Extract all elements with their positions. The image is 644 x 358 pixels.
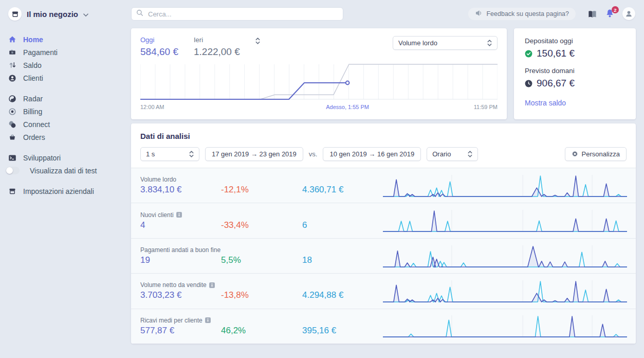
analytics-title: Dati di analisi (131, 123, 636, 147)
metric-current-value: 577,87 € (140, 326, 221, 336)
select-chevrons-icon (189, 150, 194, 158)
metric-label: Volume lordo (140, 176, 221, 183)
sidebar-item-orders[interactable]: Orders (8, 131, 126, 144)
user-avatar-button[interactable] (622, 7, 635, 20)
sidebar: Il mio negozio HomePagamentiSaldoClienti… (0, 0, 131, 358)
orders-icon (8, 133, 16, 141)
select-chevrons-icon (468, 150, 472, 158)
search-box[interactable] (131, 7, 343, 21)
info-icon[interactable] (205, 317, 211, 323)
metric-previous-value: 4.360,71 € (302, 185, 383, 195)
sidebar-item-label: Impostazioni aziendali (23, 187, 94, 195)
sidebar-item-label: Radar (23, 95, 43, 103)
metric-row[interactable]: Pagamenti andati a buon fine195,5%18 (131, 239, 636, 274)
sidebar-item-test-data[interactable]: Visualizza dati di test (8, 164, 126, 177)
metric-row[interactable]: Ricavi medi per cliente577,87 €46,2%395,… (131, 309, 636, 344)
metric-change-percent: -33,4% (221, 220, 302, 230)
search-input[interactable] (147, 10, 338, 19)
analytics-filter-row: 1 s 17 gen 2019 → 23 gen 2019 vs. 10 gen… (131, 147, 636, 168)
sidebar-item-saldo[interactable]: Saldo (8, 59, 126, 71)
analytics-rows: Volume lordo3.834,10 €-12,1%4.360,71 €Nu… (131, 168, 636, 344)
balance-icon (8, 61, 16, 69)
overview-chart-card: Oggi 584,60 € Ieri 1.222,00 € Volume lor… (131, 28, 507, 119)
feedback-button[interactable]: Feedback su questa pagina? (468, 8, 576, 20)
account-switcher[interactable]: Il mio negozio (8, 7, 126, 21)
sidebar-item-clienti[interactable]: Clienti (8, 71, 126, 84)
gear-icon (572, 151, 578, 157)
nav-group: RadarBillingConnectOrders (8, 92, 126, 144)
period-select-value: 1 s (146, 150, 155, 158)
sidebar-item-label: Connect (23, 120, 50, 129)
info-icon[interactable] (176, 212, 182, 218)
select-chevrons-icon (487, 39, 492, 47)
show-balance-link[interactable]: Mostra saldo (525, 99, 566, 107)
sidebar-item-label: Home (23, 35, 43, 44)
metric-row[interactable]: Volume netto da vendite3.703,23 €-13,8%4… (131, 274, 636, 309)
metric-label: Nuovi clienti (140, 211, 221, 219)
home-icon (8, 35, 16, 43)
docs-book-button[interactable] (586, 9, 598, 19)
sidebar-item-label: Saldo (23, 61, 42, 69)
sidebar-item-label: Sviluppatori (23, 154, 61, 162)
overview-x-axis: 12:00 AM Adesso, 1:55 PM 11:59 PM (140, 104, 498, 111)
expected-value: 906,67 € (537, 78, 575, 89)
metric-change-percent: -12,1% (221, 185, 302, 195)
chevron-down-icon (83, 10, 88, 19)
sidebar-item-sviluppatori[interactable]: Sviluppatori (8, 151, 126, 164)
metric-change-percent: -13,8% (221, 290, 302, 300)
info-icon[interactable] (209, 282, 215, 288)
metric-sparkline-chart (383, 244, 627, 268)
payments-icon (8, 49, 16, 56)
customers-icon (8, 74, 16, 82)
metric-sparkline-chart (383, 174, 627, 198)
axis-start-label: 12:00 AM (140, 104, 164, 110)
notifications-bell-button[interactable]: 2 (605, 8, 617, 20)
metric-label-text: Volume netto da vendite (140, 281, 207, 289)
account-name: Il mio negozio (27, 10, 78, 19)
metric-current-value: 3.834,10 € (140, 185, 221, 195)
deposited-value: 150,61 € (537, 48, 575, 59)
interval-select[interactable]: Orario (427, 147, 478, 161)
personalize-button[interactable]: Personalizza (565, 147, 627, 161)
sidebar-item-impostazioni[interactable]: Impostazioni aziendali (8, 185, 126, 198)
comparison-sort-control[interactable] (255, 37, 260, 47)
clock-icon (525, 80, 532, 87)
metric-previous-value: 395,16 € (302, 326, 383, 336)
analytics-card: Dati di analisi 1 s 17 gen 2019 → 23 gen… (131, 123, 636, 344)
previous-range-button[interactable]: 10 gen 2019 → 16 gen 2019 (323, 147, 421, 161)
metric-previous-value: 6 (302, 220, 383, 230)
current-range-button[interactable]: 17 gen 2019 → 23 gen 2019 (205, 147, 303, 161)
check-circle-icon (525, 50, 532, 58)
nav-group: HomePagamentiSaldoClienti (8, 33, 126, 84)
metric-label-text: Nuovi clienti (140, 211, 174, 219)
metric-sparkline-chart (383, 209, 627, 232)
axis-end-label: 11:59 PM (474, 104, 498, 110)
sidebar-item-pagamenti[interactable]: Pagamenti (8, 46, 126, 59)
sidebar-item-label: Orders (23, 133, 45, 141)
interval-select-value: Orario (432, 150, 451, 158)
metric-previous-value: 4.294,88 € (302, 290, 383, 300)
metric-row[interactable]: Volume lordo3.834,10 €-12,1%4.360,71 € (131, 168, 636, 203)
sidebar-item-home[interactable]: Home (8, 33, 126, 46)
today-value: 584,60 € (140, 46, 178, 58)
sidebar-item-billing[interactable]: Billing (8, 105, 126, 118)
billing-icon (8, 108, 16, 116)
overview-metric-select[interactable]: Volume lordo (393, 36, 498, 50)
metric-change-percent: 5,5% (221, 255, 302, 265)
yesterday-value: 1.222,00 € (194, 46, 240, 58)
test-data-toggle[interactable] (6, 167, 20, 174)
notifications-badge: 2 (612, 6, 619, 13)
sidebar-nav: HomePagamentiSaldoClientiRadarBillingCon… (8, 33, 126, 198)
metric-row[interactable]: Nuovi clienti4-33,4%6 (131, 203, 636, 238)
toggle-knob (6, 167, 13, 174)
metric-label-text: Pagamenti andati a buon fine (140, 246, 220, 254)
nav-group: SviluppatoriVisualizza dati di test (8, 151, 126, 177)
period-select[interactable]: 1 s (140, 147, 199, 161)
metric-current-value: 3.703,23 € (140, 290, 221, 300)
sidebar-item-connect[interactable]: Connect (8, 118, 126, 131)
business-settings-icon (8, 187, 16, 195)
metric-label-text: Ricavi medi per cliente (140, 317, 203, 324)
yesterday-stat: Ieri 1.222,00 € (194, 36, 240, 58)
radar-icon (8, 95, 16, 103)
sidebar-item-radar[interactable]: Radar (8, 92, 126, 105)
